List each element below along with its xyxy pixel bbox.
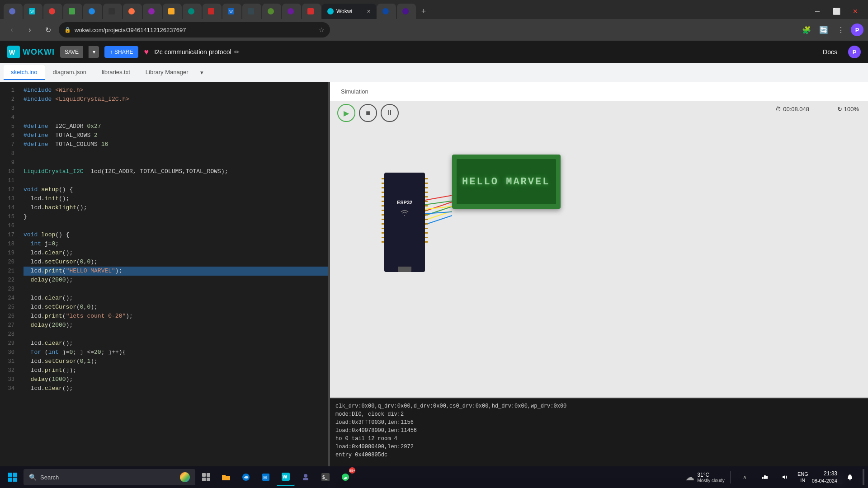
system-icons: ∧ [736, 468, 794, 486]
pause-button[interactable]: ⏸ [381, 104, 399, 122]
new-tab-button[interactable]: + [417, 4, 430, 19]
taskbar-whatsapp[interactable]: 99+ [336, 468, 354, 486]
esp32-left-pins [382, 178, 384, 243]
tab-more-button[interactable]: ▾ [197, 66, 207, 80]
browser-tab-6[interactable] [103, 4, 122, 19]
browser-tab-wokwi[interactable]: Wokwi ✕ [322, 4, 376, 19]
browser-menu-button[interactable]: ⋮ [834, 23, 848, 37]
tab-library-manager[interactable]: Library Manager [138, 65, 196, 80]
bookmark-icon[interactable]: ☆ [319, 26, 325, 33]
code-line-12: void setup() { [24, 185, 330, 194]
esp32-label-block: ESP32 [397, 200, 412, 217]
browser-tab-14[interactable] [262, 4, 281, 19]
profile-button[interactable]: P [851, 23, 863, 36]
browser-tab-10[interactable] [183, 4, 202, 19]
esp32-right-pins [425, 178, 428, 243]
tray-volume-icon[interactable] [776, 468, 794, 486]
start-button[interactable] [4, 468, 22, 486]
taskbar-vscode-terminal[interactable]: $_ [316, 468, 335, 486]
weather-temp: 31°C [697, 472, 725, 478]
share-button[interactable]: ↑ SHARE [104, 46, 138, 58]
close-button[interactable]: ✕ [846, 4, 864, 19]
taskbar-teams[interactable] [297, 468, 315, 486]
browser-tab-5[interactable] [83, 4, 102, 19]
browser-tab-13[interactable] [242, 4, 261, 19]
browser-tab-16[interactable] [302, 4, 321, 19]
svg-point-19 [304, 474, 307, 478]
language-mode: IN [797, 477, 808, 483]
close-tab-icon[interactable]: ✕ [367, 9, 371, 14]
tray-network-icon[interactable] [756, 468, 774, 486]
weather-desc: Mostly cloudy [697, 478, 725, 483]
minimize-button[interactable]: ─ [808, 4, 826, 19]
svg-text:W: W [9, 49, 15, 56]
taskbar-wokwi-pinned[interactable]: W [277, 468, 295, 486]
circuit-area[interactable]: ESP32 [330, 127, 868, 398]
docs-button[interactable]: Docs [823, 48, 837, 56]
taskbar-edge[interactable] [237, 468, 255, 486]
browser-tab-18[interactable] [397, 4, 416, 19]
taskbar-task-view[interactable] [197, 468, 215, 486]
save-button[interactable]: SAVE [60, 46, 83, 58]
clock-display[interactable]: 21:33 08-04-2024 [812, 470, 837, 484]
svg-rect-8 [8, 478, 12, 482]
taskbar-search-bar[interactable]: 🔍 Search [24, 469, 195, 485]
wokwi-app: W WOKWI SAVE ▾ ↑ SHARE ♥ I2c communicati… [0, 41, 868, 488]
reload-button[interactable]: ↻ [41, 23, 55, 37]
svg-line-5 [425, 216, 452, 225]
browser-tab-1[interactable] [4, 4, 23, 19]
extensions-button[interactable]: 🧩 [799, 23, 814, 37]
browser-tab-15[interactable] [282, 4, 301, 19]
esp32-wifi-symbol [397, 209, 412, 217]
play-button[interactable]: ▶ [337, 104, 355, 122]
code-line-8 [24, 149, 330, 158]
timer-icon: ⏱ [775, 106, 781, 113]
code-line-4 [24, 113, 330, 122]
code-line-15: } [24, 212, 330, 221]
tab-controls: ─ ⬜ ✕ [808, 4, 864, 19]
edit-title-icon[interactable]: ✏ [234, 48, 240, 56]
back-button[interactable]: ‹ [5, 23, 19, 37]
browser-tab-12[interactable]: W [222, 4, 241, 19]
save-dropdown-button[interactable]: ▾ [89, 46, 99, 58]
language-indicator[interactable]: ENG IN [797, 471, 808, 484]
browser-tab-9[interactable] [163, 4, 182, 19]
serial-line-3: load:0x3fff0030,len:1156 [335, 418, 863, 427]
code-lines[interactable]: #include <Wire.h> #include <LiquidCrysta… [18, 82, 330, 488]
tray-up-arrow[interactable]: ∧ [736, 468, 754, 486]
weather-cloud-icon: ☁ [685, 472, 694, 483]
notification-center[interactable] [841, 468, 859, 486]
taskbar-file-explorer[interactable] [217, 468, 235, 486]
code-line-27: delay(2000); [24, 321, 330, 330]
address-bar[interactable]: 🔒 wokwi.com/projects/394614112126237697 … [59, 22, 330, 38]
browser-tab-4[interactable] [63, 4, 82, 19]
stop-button[interactable]: ■ [359, 104, 377, 122]
favorite-button[interactable]: ♥ [144, 47, 149, 57]
code-content[interactable]: 12345 678910 1112131415 1617181920 21222… [0, 82, 330, 488]
user-profile-button[interactable]: P [848, 46, 861, 58]
forward-button[interactable]: › [23, 23, 37, 37]
serial-line-5: ho 0 tail 12 room 4 [335, 435, 863, 443]
profile-sync-button[interactable]: 🔄 [816, 23, 831, 37]
browser-tab-8[interactable] [143, 4, 162, 19]
project-title-text: I2c communication protocol [154, 48, 231, 56]
taskbar-system-tray: ☁ 31°C Mostly cloudy ∧ [685, 468, 864, 486]
simulation-header: Simulation [330, 82, 868, 101]
tab-sketch-ino[interactable]: sketch.ino [4, 65, 45, 80]
restore-button[interactable]: ⬜ [827, 4, 845, 19]
code-line-23 [24, 285, 330, 294]
browser-tab-3[interactable] [43, 4, 62, 19]
browser-tab-17[interactable] [377, 4, 396, 19]
lcd-component[interactable]: HELLO MARVEL [452, 155, 561, 209]
esp32-component[interactable]: ESP32 [384, 173, 425, 272]
browser-tab-7[interactable] [123, 4, 142, 19]
share-label: SHARE [114, 49, 133, 55]
browser-tab-11[interactable] [203, 4, 222, 19]
browser-tab-2[interactable]: W [24, 4, 42, 19]
serial-output: clk_drv:0x00,q_drv:0x00,d_drv:0x00,cs0_d… [330, 399, 868, 472]
tab-libraries-txt[interactable]: libraries.txt [94, 65, 137, 80]
weather-widget[interactable]: ☁ 31°C Mostly cloudy [685, 472, 725, 483]
tab-diagram-json[interactable]: diagram.json [46, 65, 94, 80]
taskbar-store[interactable]: ⊞ [257, 468, 275, 486]
show-desktop-button[interactable] [863, 469, 864, 485]
